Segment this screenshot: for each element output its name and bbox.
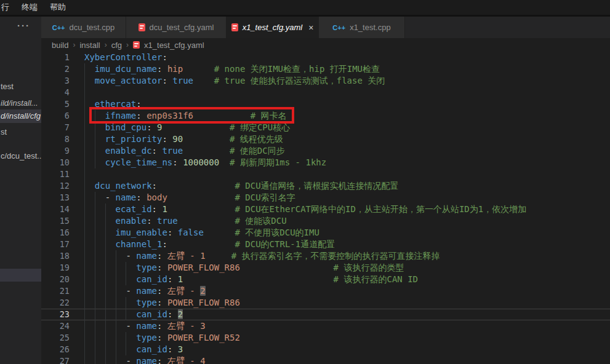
code-line[interactable]: 27 - name: 左臂 - 4 <box>41 355 610 364</box>
code-line[interactable]: 16 imu_enable: false # 不使用该DCU的IMU <box>41 227 610 239</box>
code-line[interactable]: 3 move_actuator: true # true 使能执行器运动测试，f… <box>41 75 610 87</box>
breadcrumb-item[interactable]: cfg <box>111 41 122 50</box>
code-token: : <box>167 309 178 319</box>
code-token: : <box>162 52 167 62</box>
code-line[interactable]: 1XyberController: <box>41 52 610 63</box>
indent-guide <box>105 320 106 332</box>
more-actions-icon[interactable]: ··· <box>17 20 30 31</box>
code-token: : <box>167 228 178 237</box>
code-line[interactable]: 22 type: POWER_FLOW_R86 <box>41 297 610 309</box>
indent-guide <box>84 274 85 285</box>
indent-guide <box>84 227 85 239</box>
code-line[interactable]: 24 - name: 左臂 - 3 <box>41 320 610 332</box>
menu-bar: 行终端帮助 <box>0 0 610 15</box>
code-token <box>84 333 136 342</box>
code-token: - <box>126 251 136 261</box>
code-line[interactable]: 12 dcu_network: # DCU通信网络，请根据实机连接情况配置 <box>41 180 610 192</box>
code-token: true <box>172 76 193 85</box>
sidebar-item[interactable]: st <box>0 125 41 139</box>
code-token <box>84 263 136 272</box>
code-line[interactable]: 2 imu_dcu_name: hip # none 关闭IMU检查，hip 打… <box>41 63 610 75</box>
code-token: body <box>146 192 167 202</box>
code-line[interactable]: 9 enable_dc: true # 使能DC同步 <box>41 145 610 157</box>
line-number: 6 <box>41 110 84 122</box>
indent-guide <box>105 309 106 320</box>
code-line[interactable]: 14 ecat_id: 1 # DCU在EtherCAT网络中的ID，从主站开始… <box>41 204 610 215</box>
tab-x1_test_cfg.yaml[interactable]: x1_test_cfg.yaml× <box>227 17 319 38</box>
code-token: 2 <box>178 309 183 319</box>
menu-item-帮助[interactable]: 帮助 <box>44 0 72 15</box>
code-token <box>84 344 136 354</box>
code-line[interactable]: 17 channel_1: # DCU的CTRL-1通道配置 <box>41 239 610 250</box>
breadcrumb: build›install›cfg›x1_test_cfg.yaml <box>41 38 610 52</box>
code-token <box>183 146 230 156</box>
breadcrumb-item[interactable]: install <box>79 41 100 50</box>
code-line[interactable]: 7 bind_cpu: 9 # 绑定CPU核心 <box>41 122 610 133</box>
code-token: bind_cpu <box>105 122 146 132</box>
code-line[interactable]: 4 <box>41 87 610 98</box>
indent-guide <box>84 320 85 332</box>
code-line[interactable]: 8 rt_priority: 90 # 线程优先级 <box>41 133 610 145</box>
close-icon[interactable]: × <box>308 23 313 33</box>
tab-dcu_test_cfg.yaml[interactable]: dcu_test_cfg.yaml <box>126 17 227 38</box>
breadcrumb-item[interactable]: build <box>52 41 68 50</box>
code-token <box>84 228 116 237</box>
code-content: imu_dcu_name: hip # none 关闭IMU检查，hip 打开I… <box>84 63 610 75</box>
code-line[interactable]: 10 cycle_time_ns: 1000000 # 刷新周期1ms - 1k… <box>41 157 610 168</box>
indent-guide <box>95 332 95 344</box>
code-line[interactable]: 19 type: POWER_FLOW_R86 # 该执行器的类型 <box>41 262 610 274</box>
code-line[interactable]: 15 enable: true # 使能该DCU <box>41 215 610 227</box>
indent-guide <box>126 297 126 309</box>
code-line[interactable]: 21 - name: 左臂 - 2 <box>41 285 610 297</box>
code-token <box>183 64 214 74</box>
code-line[interactable]: 26 can_id: 3 <box>41 344 610 355</box>
tab-x1_test.cpp[interactable]: C++x1_test.cpp <box>319 17 405 38</box>
indent-guide <box>95 274 95 285</box>
code-token: can_id <box>136 344 167 354</box>
code-token: : <box>136 99 141 109</box>
code-line[interactable]: 18 - name: 左臂 - 1 # 执行器索引名字，不需要控制的执行器可直接… <box>41 250 610 262</box>
code-line[interactable]: 23 can_id: 2 <box>41 309 610 320</box>
code-content: cycle_time_ns: 1000000 # 刷新周期1ms - 1khz <box>84 157 610 168</box>
code-token: 左臂 - 4 <box>167 356 206 364</box>
yaml-file-icon <box>138 23 145 31</box>
code-line[interactable]: 13 - name: body # DCU索引名字 <box>41 192 610 204</box>
code-line[interactable]: 11 <box>41 168 610 180</box>
indent-guide <box>84 168 85 180</box>
line-number: 17 <box>41 239 84 250</box>
sidebar-empty-selected-row <box>0 269 41 282</box>
code-line[interactable]: 5 ethercat: <box>41 98 610 110</box>
code-line[interactable]: 25 type: POWER_FLOW_R52 <box>41 332 610 344</box>
line-number: 23 <box>41 309 84 320</box>
code-token <box>84 76 95 85</box>
code-content: ifname: enp0s31f6 # 网卡名 <box>84 110 610 122</box>
indent-guide <box>126 274 126 285</box>
menu-item-终端[interactable]: 终端 <box>15 0 44 15</box>
code-token: 左臂 - 3 <box>167 321 206 331</box>
code-token: name <box>136 356 157 364</box>
code-token: - <box>126 356 136 364</box>
code-content: - name: body # DCU索引名字 <box>84 192 610 204</box>
indent-guide <box>126 309 126 320</box>
sidebar-item[interactable]: test <box>0 80 41 93</box>
sidebar-item[interactable]: ild/install... <box>0 97 41 110</box>
menu-item-行[interactable]: 行 <box>0 0 15 15</box>
breadcrumb-file[interactable]: x1_test_cfg.yaml <box>144 41 204 50</box>
code-token: name <box>136 251 157 261</box>
code-line[interactable]: 20 can_id: 1 # 该执行器的CAN ID <box>41 274 610 285</box>
indent-guide <box>84 285 85 297</box>
line-number: 9 <box>41 145 84 157</box>
indent-guide <box>116 297 116 309</box>
indent-guide <box>126 262 126 274</box>
code-token: : <box>172 157 183 167</box>
code-token <box>84 204 116 214</box>
code-token: 左臂 - 1 <box>167 251 206 261</box>
code-token: cycle_time_ns <box>105 157 173 167</box>
code-token <box>157 181 235 191</box>
code-token: 90 <box>172 134 183 144</box>
sidebar-item[interactable]: c/dcu_test... <box>0 149 41 163</box>
tab-dcu_test.cpp[interactable]: C++dcu_test.cpp <box>41 17 126 38</box>
sidebar-item[interactable]: d/install/cfg <box>0 109 41 123</box>
code-line[interactable]: 6 ifname: enp0s31f6 # 网卡名 <box>41 110 610 122</box>
code-token <box>178 216 235 226</box>
